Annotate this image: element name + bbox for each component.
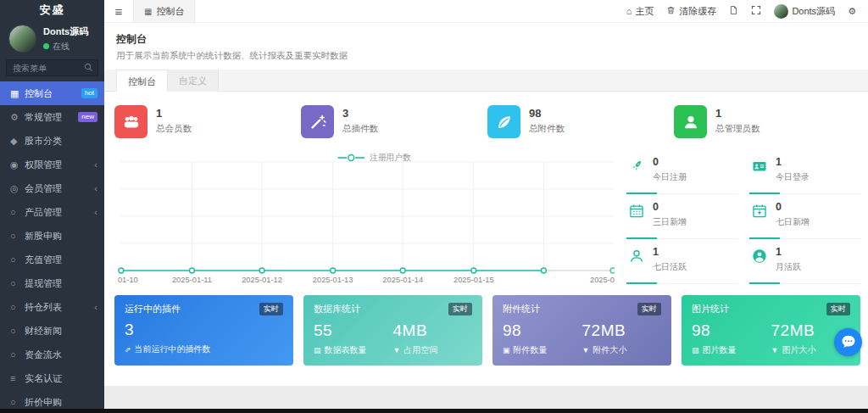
sidebar-item-discount-subscribe[interactable]: ○ 折价申购 (0, 390, 104, 409)
user-status: 在线 (43, 41, 88, 53)
tab-custom[interactable]: 自定义 (168, 70, 219, 92)
sidebar-item-stock-category[interactable]: ◆ 股市分类 (0, 129, 104, 153)
rocket-icon (628, 156, 645, 183)
gears-icon: ⚙ (10, 112, 25, 123)
magic-wand-icon (301, 105, 334, 138)
menu-search (6, 59, 98, 76)
circle-icon: ○ (10, 397, 25, 407)
id-card-icon (751, 156, 768, 183)
user-name: Donts源码 (43, 25, 88, 38)
register-users-chart: 注册用户数 01-10 2025-01-11 2025-01-12 2025-0… (114, 147, 615, 288)
svg-text:2025-01-11: 2025-01-11 (172, 275, 212, 284)
stat-row: 1 总会员数 3 总插件数 (114, 98, 860, 142)
x-axis-labels: 01-10 2025-01-11 2025-01-12 2025-01-13 2… (118, 275, 615, 284)
category-icon: ◆ (10, 136, 25, 147)
list-icon: ≡ (10, 373, 25, 383)
new-badge: new (78, 112, 97, 122)
realtime-badge: 实时 (637, 303, 661, 315)
clear-cache-button[interactable]: 清除缓存 (666, 5, 716, 18)
brand-title: 安盛 (0, 0, 104, 20)
dashboard-icon: ▦ (10, 88, 25, 99)
sidebar-item-realname[interactable]: ≡ 实名认证 (0, 366, 104, 390)
sidebar-item-new-stock[interactable]: ○ 新股申购 (0, 224, 104, 248)
mini-stats-grid: 0 今日注册 1 今日登录 0 (626, 147, 860, 288)
hot-badge: hot (81, 88, 97, 98)
topbar-right: ⌂ 主页 清除缓存 Donts源码 (626, 0, 868, 22)
sidebar-toggle-button[interactable]: ≡ (104, 0, 133, 22)
user-icon (674, 105, 707, 138)
card-running-plugins: 运行中的插件 实时 3 ⇗ 当前运行中的插件数 (114, 295, 293, 366)
profile-menu[interactable]: Donts源码 (774, 4, 835, 19)
chart-row: 注册用户数 01-10 2025-01-11 2025-01-12 2025-0… (114, 147, 860, 288)
sidebar: 安盛 Donts源码 在线 ▦ 控制台 hot (0, 0, 104, 409)
sidebar-item-general[interactable]: ⚙ 常规管理 new (0, 105, 104, 129)
chevron-left-icon: ‹ (94, 302, 97, 312)
mini-stat-7day-new: 0 七日新增 (749, 195, 860, 239)
filter-icon: ▼ (771, 346, 779, 354)
sidebar-item-auth[interactable]: ◉ 权限管理 ‹ (0, 153, 104, 176)
filter-icon: ▼ (582, 346, 590, 354)
svg-text:01-10: 01-10 (118, 275, 138, 284)
users-icon: ◉ (10, 159, 25, 170)
topbar-tab-dashboard[interactable]: ▦ 控制台 (133, 0, 195, 22)
mini-stat-7day-active: 1 七日活跃 (626, 240, 737, 284)
chevron-left-icon: ‹ (94, 207, 97, 217)
chevron-left-icon: ‹ (94, 159, 97, 170)
search-icon[interactable] (84, 63, 93, 74)
stat-total-plugins: 3 总插件数 (301, 103, 487, 138)
realtime-badge: 实时 (826, 303, 850, 315)
circle-icon: ○ (10, 349, 25, 360)
chat-bubble-icon (840, 333, 857, 352)
circle-icon: ○ (10, 254, 25, 265)
sidebar-item-positions[interactable]: ○ 持仓列表 ‹ (0, 295, 104, 319)
user-circle-icon (751, 246, 768, 273)
gradient-card-row: 运行中的插件 实时 3 ⇗ 当前运行中的插件数 数据库统计 实时 55 (114, 295, 860, 366)
mini-stat-month-active: 1 月活跃 (749, 240, 860, 284)
card-attachment-stats: 附件统计 实时 98 ▣ 附件数量 72MB ▼ 附件大小 (492, 295, 671, 366)
database-icon: ▤ (314, 346, 321, 354)
calendar-plus-icon (751, 201, 768, 228)
svg-text:注册用户数: 注册用户数 (370, 153, 411, 162)
tab-dashboard[interactable]: 控制台 (116, 70, 168, 92)
chat-button[interactable] (834, 328, 862, 356)
user-avatar[interactable] (8, 25, 36, 53)
mini-stat-today-login: 1 今日登录 (749, 150, 860, 194)
page-header: 控制台 用于展示当前系统中的统计数据、统计报表及重要实时数据 (104, 23, 868, 62)
sidebar-menu: ▦ 控制台 hot ⚙ 常规管理 new ◆ 股市分类 ◉ 权限管理 ‹ ◎ 会… (0, 81, 104, 409)
bottom-gap (104, 386, 868, 409)
user-outline-icon (628, 246, 645, 273)
topbar: ≡ ▦ 控制台 ⌂ 主页 清除缓存 (104, 0, 868, 23)
dashboard-main: 1 总会员数 3 总插件数 (104, 92, 868, 366)
file-icon (729, 5, 738, 17)
sidebar-item-dashboard[interactable]: ▦ 控制台 hot (0, 81, 104, 105)
chart-legend[interactable]: 注册用户数 (338, 153, 412, 162)
page-title: 控制台 (116, 32, 856, 47)
sidebar-item-recharge[interactable]: ○ 充值管理 (0, 248, 104, 271)
circle-icon: ○ (10, 207, 25, 217)
sidebar-item-withdraw[interactable]: ○ 提现管理 (0, 271, 104, 295)
wipe-cache-button[interactable] (729, 5, 738, 17)
sidebar-item-product[interactable]: ○ 产品管理 ‹ (0, 200, 104, 224)
image-icon: ▨ (692, 346, 699, 354)
settings-button[interactable]: ⚙ (848, 6, 856, 17)
sidebar-item-member[interactable]: ◎ 会员管理 ‹ (0, 176, 104, 200)
page-subtitle: 用于展示当前系统中的统计数据、统计报表及重要实时数据 (116, 50, 856, 62)
user-panel: Donts源码 在线 (0, 20, 104, 56)
mini-stat-3day-new: 0 三日新增 (626, 195, 737, 239)
user-avatar (774, 4, 788, 19)
home-button[interactable]: ⌂ 主页 (626, 5, 654, 18)
content-panel: 控制台 用于展示当前系统中的统计数据、统计报表及重要实时数据 控制台 自定义 1… (104, 23, 868, 386)
fullscreen-button[interactable] (751, 5, 761, 17)
dashboard-icon: ▦ (144, 7, 152, 16)
sidebar-item-money-log[interactable]: ○ 资金流水 (0, 343, 104, 366)
sidebar-item-finance-news[interactable]: ○ 财经新闻 (0, 319, 104, 343)
card-image-stats: 图片统计 实时 98 ▨ 图片数量 72MB ▼ 图片大小 (682, 295, 860, 366)
online-dot-icon (43, 43, 49, 49)
gears-icon: ⚙ (848, 6, 856, 17)
users-group-icon (114, 105, 147, 138)
leaf-icon (487, 105, 520, 138)
realtime-badge: 实时 (259, 303, 283, 315)
mini-stat-today-register: 0 今日注册 (626, 150, 737, 194)
page-tabs: 控制台 自定义 (104, 70, 868, 92)
copy-icon: ▣ (503, 346, 510, 354)
